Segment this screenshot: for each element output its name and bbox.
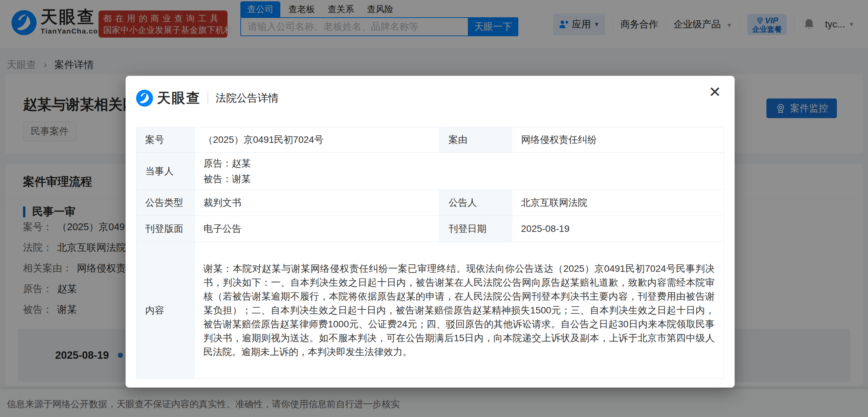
caseno-label: 案号: [136, 127, 195, 153]
tianyancha-logo-icon: [136, 90, 153, 107]
content-value: 谢某：本院对赵某与谢某网络侵权责任纠纷一案已审理终结。现依法向你公告送达（202…: [195, 242, 724, 379]
notice-type-label: 公告类型: [136, 190, 195, 216]
announcer-value: 北京互联网法院: [512, 190, 724, 216]
modal-brand: 天眼查: [157, 89, 201, 107]
publish-date-label: 刊登日期: [440, 216, 512, 242]
cause-value: 网络侵权责任纠纷: [512, 127, 724, 153]
table-row: 当事人 原告：赵某 被告：谢某: [136, 153, 724, 190]
modal-title: 法院公告详情: [216, 91, 279, 105]
table-row: 内容 谢某：本院对赵某与谢某网络侵权责任纠纷一案已审理终结。现依法向你公告送达（…: [136, 242, 724, 379]
publish-page-value: 电子公告: [195, 216, 440, 242]
court-notice-modal: 天眼查 法院公告详情 ✕ 案号 （2025）京0491民初7024号 案由 网络…: [126, 76, 735, 388]
modal-header: 天眼查 法院公告详情: [136, 89, 279, 107]
publish-page-label: 刊登版面: [136, 216, 195, 242]
divider: [208, 92, 208, 104]
caseno-value: （2025）京0491民初7024号: [195, 127, 440, 153]
table-row: 案号 （2025）京0491民初7024号 案由 网络侵权责任纠纷: [136, 127, 724, 153]
announcer-label: 公告人: [440, 190, 512, 216]
close-icon[interactable]: ✕: [709, 85, 721, 100]
party-value: 原告：赵某 被告：谢某: [195, 153, 724, 190]
table-row: 刊登版面 电子公告 刊登日期 2025-08-19: [136, 216, 724, 242]
notice-table: 案号 （2025）京0491民初7024号 案由 网络侵权责任纠纷 当事人 原告…: [136, 127, 724, 379]
table-row: 公告类型 裁判文书 公告人 北京互联网法院: [136, 190, 724, 216]
publish-date-value: 2025-08-19: [512, 216, 724, 242]
cause-label: 案由: [440, 127, 512, 153]
page: 天眼查 TianYanCha.com 都在用的商业查询工具 国家中小企业发展子基…: [0, 0, 868, 417]
notice-type-value: 裁判文书: [195, 190, 440, 216]
content-label: 内容: [136, 242, 195, 379]
party-label: 当事人: [136, 153, 195, 190]
